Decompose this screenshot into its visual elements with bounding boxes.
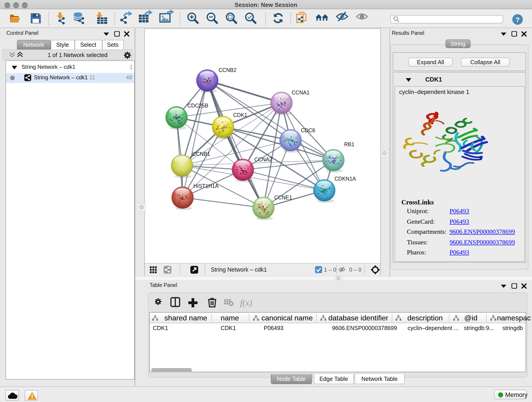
svg-text:CDC6: CDC6: [301, 128, 315, 133]
svg-text:1 – 0: 1 – 0: [324, 267, 336, 273]
svg-text:CDC25B: CDC25B: [187, 103, 208, 109]
svg-text:CDKN1A: CDKN1A: [335, 176, 356, 182]
svg-text:CCNA1: CCNA1: [292, 89, 310, 96]
svg-text:String Network – cdk1: String Network – cdk1: [211, 266, 267, 273]
svg-text:RB1: RB1: [344, 141, 355, 147]
svg-text:HIST1H1A: HIST1H1A: [193, 183, 219, 189]
svg-text:CCNB2: CCNB2: [219, 67, 236, 73]
svg-text:1 of 1 Network selected: 1 of 1 Network selected: [48, 52, 108, 58]
svg-text:CCNA2: CCNA2: [254, 157, 272, 162]
svg-text:f(x): f(x): [240, 298, 252, 308]
svg-text:CCNB1: CCNB1: [192, 151, 210, 157]
svg-text:CDK1: CDK1: [233, 112, 247, 118]
svg-text:0 – 0: 0 – 0: [349, 267, 361, 273]
svg-text:CCNE1: CCNE1: [274, 195, 292, 201]
